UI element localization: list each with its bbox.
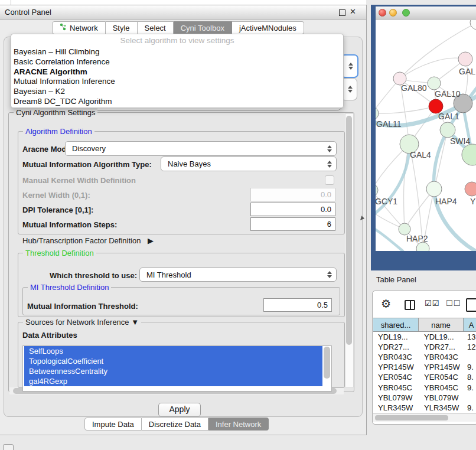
table-cell: YPR145W xyxy=(373,363,419,371)
mi-steps-field[interactable] xyxy=(250,217,335,231)
table-cell: 9. xyxy=(464,363,476,371)
mi-type-combobox[interactable]: Naive Bayes xyxy=(161,156,337,171)
checked-checkboxes-icon[interactable]: ☑☑ xyxy=(425,299,439,308)
table-row[interactable]: YDR27...YDR27...12 xyxy=(373,342,476,352)
tab-jactivemnodules[interactable]: jActiveMNodules xyxy=(232,21,304,34)
close-traffic-light[interactable] xyxy=(379,9,386,17)
attribute-item-selected[interactable]: TopologicalCoefficient xyxy=(24,356,322,366)
tab-discretize-data[interactable]: Discretize Data xyxy=(142,418,208,431)
collapse-arrow-icon[interactable]: ▼ xyxy=(131,318,139,327)
control-panel-tab-bar: NetworkStyleSelectCyni ToolboxjActiveMNo… xyxy=(52,21,304,34)
bottom-tab-bar: Impute DataDiscretize DataInfer Network xyxy=(84,418,269,431)
table-cell: YLR345W xyxy=(419,403,464,412)
column-pane-icon[interactable] xyxy=(405,300,415,310)
control-panel-window: Control Panel ✕ NetworkStyleSelectCyni T… xyxy=(0,5,367,435)
panel-title: Control Panel xyxy=(5,8,51,17)
algorithm-option[interactable]: Bayesian – Hill Climbing xyxy=(11,47,343,57)
node-label: GAL4 xyxy=(410,150,431,159)
kernel-width-label: Kernel Width (0,1): xyxy=(22,191,90,200)
node-label: GAL80 xyxy=(401,83,427,93)
table-panel-window: ⚙ ☑☑ ☐☐ shared...nameA YDL19...YDL19...1… xyxy=(372,291,476,425)
algorithm-option[interactable]: ARACNE Algorithm xyxy=(11,67,343,77)
node-label: GAL10 xyxy=(435,89,461,99)
document-icon[interactable] xyxy=(466,298,476,312)
network-edge[interactable] xyxy=(376,106,436,113)
network-edge[interactable] xyxy=(409,144,423,249)
attribute-item-selected[interactable]: SelfLoops xyxy=(24,346,322,356)
minimize-traffic-light[interactable] xyxy=(389,9,397,17)
network-node-hap2[interactable] xyxy=(399,223,410,235)
network-node-gal[interactable] xyxy=(458,52,472,66)
mi-steps-label: Mutual Information Steps: xyxy=(22,220,117,229)
zoom-traffic-light[interactable] xyxy=(402,9,410,17)
table-cell: 12 xyxy=(464,343,476,351)
table-cell: YDR27... xyxy=(373,343,419,351)
table-cell: YBR045C xyxy=(373,383,419,392)
attribute-item-selected[interactable]: gal4RGexp xyxy=(24,376,322,386)
table-row[interactable]: YLR345WYLR345W9. xyxy=(373,403,476,413)
network-node-gcy1[interactable] xyxy=(376,184,378,197)
attributes-scrollbar-thumb[interactable] xyxy=(324,347,330,379)
algorithm-option[interactable]: Basic Correlation Inference xyxy=(11,57,343,67)
apply-button[interactable]: Apply xyxy=(158,403,201,417)
settings-vscrollbar-thumb[interactable] xyxy=(346,116,352,345)
node-label: HAP4 xyxy=(435,197,457,206)
algorithm-option[interactable]: Dream8 DC_TDC Algorithm xyxy=(11,97,343,107)
network-graph[interactable]: GALGAL80GAL10GAL1GAL11SWI4GAL4GCY1HAP4YH… xyxy=(376,20,476,251)
data-attributes-list[interactable]: SelfLoopsTopologicalCoefficientBetweenne… xyxy=(22,345,332,392)
aracne-mode-value: Discovery xyxy=(72,144,106,153)
table-cell: 8. xyxy=(464,373,476,381)
network-node-swi4[interactable] xyxy=(440,122,455,138)
table-cell: YDL19... xyxy=(419,332,464,341)
tab-style[interactable]: Style xyxy=(106,21,138,34)
column-header-1[interactable]: shared... xyxy=(373,318,419,332)
which-threshold-combobox[interactable]: MI Threshold xyxy=(139,268,337,282)
table-row[interactable]: YBR043CYBR043C xyxy=(373,352,476,362)
table-row[interactable]: YDL19...YDL19...13 xyxy=(373,332,476,342)
column-header-2[interactable]: name xyxy=(419,318,464,332)
table-header-row: shared...nameA xyxy=(373,318,476,332)
table-row[interactable]: YER054CYER054C8. xyxy=(373,372,476,382)
minimized-panel-icon[interactable] xyxy=(3,444,14,450)
node-label: Y xyxy=(470,197,476,206)
kernel-width-field[interactable] xyxy=(250,188,335,201)
dpi-tolerance-field[interactable] xyxy=(250,203,335,216)
network-node-hap4[interactable] xyxy=(426,181,442,197)
column-header-3[interactable]: A xyxy=(464,318,476,332)
hub-definition-expander[interactable]: Hub/Transcription Factor Definition ▶ xyxy=(22,236,154,245)
table-row[interactable]: YPR145WYPR145W9. xyxy=(373,362,476,372)
mi-type-label: Mutual Information Algorithm Type: xyxy=(22,160,152,169)
table-panel-title: Table Panel xyxy=(376,275,416,284)
gear-icon[interactable]: ⚙ xyxy=(381,297,391,311)
float-window-icon[interactable] xyxy=(339,9,345,16)
table-row[interactable]: YBL079WYBL079W xyxy=(373,393,476,403)
tab-select[interactable]: Select xyxy=(138,21,174,34)
table-cell: 13 xyxy=(464,332,476,341)
table-cell: YPR145W xyxy=(419,363,464,371)
sources-title: Sources for Network Inference xyxy=(25,318,129,327)
unchecked-checkboxes-icon[interactable]: ☐☐ xyxy=(446,299,461,308)
algorithm-option[interactable]: Bayesian – K2 xyxy=(11,87,343,97)
aracne-mode-combobox[interactable]: Discovery xyxy=(65,141,337,156)
table-cell: YBL079W xyxy=(419,393,464,402)
algorithm-option[interactable]: Mutual Information Inference xyxy=(11,77,343,87)
tab-infer-network[interactable]: Infer Network xyxy=(208,418,269,431)
network-node[interactable] xyxy=(470,20,476,30)
manual-kernel-checkbox[interactable] xyxy=(325,175,334,185)
tab-impute-data[interactable]: Impute Data xyxy=(84,418,142,431)
network-node-gal11[interactable] xyxy=(376,107,379,120)
network-node-gal10[interactable] xyxy=(428,77,441,90)
network-canvas[interactable]: GALGAL80GAL10GAL1GAL11SWI4GAL4GCY1HAP4YH… xyxy=(376,20,476,251)
network-node-y[interactable] xyxy=(465,182,476,196)
tab-network[interactable]: Network xyxy=(52,21,106,34)
table-cell: 9. xyxy=(464,383,476,392)
tab-cyni-toolbox[interactable]: Cyni Toolbox xyxy=(174,21,232,34)
table-hscrollbar-thumb[interactable] xyxy=(375,415,448,420)
node-label: GAL1 xyxy=(438,112,459,121)
table-cell: YBR043C xyxy=(373,353,419,361)
table-row[interactable]: YBR045CYBR045C9. xyxy=(373,382,476,392)
close-icon[interactable]: ✕ xyxy=(350,7,356,16)
mi-threshold-field[interactable] xyxy=(263,298,332,312)
table-hscrollbar-track[interactable] xyxy=(373,413,476,422)
attribute-item-selected[interactable]: BetweennessCentrality xyxy=(24,366,322,376)
